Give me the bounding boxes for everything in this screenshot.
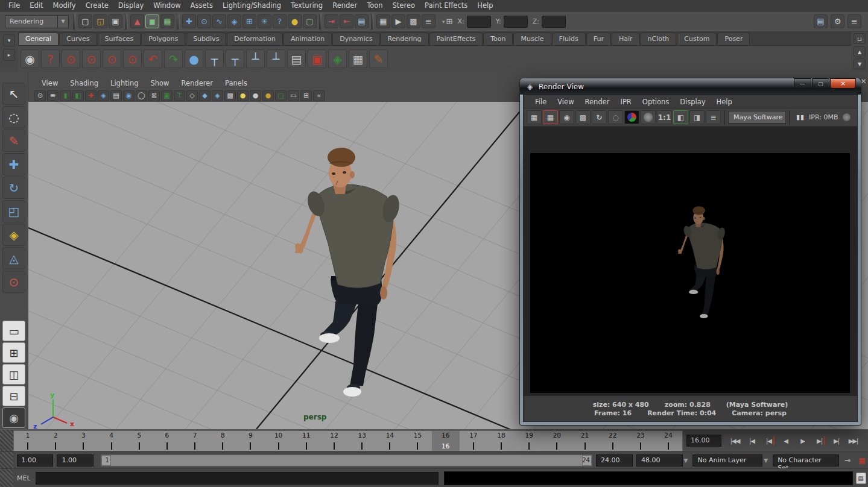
single-pane-layout[interactable]: ▭: [2, 321, 25, 341]
help-shelf-icon[interactable]: ?: [41, 49, 60, 68]
frame-cell[interactable]: 2: [42, 431, 69, 451]
grid-display-icon[interactable]: ◈: [98, 90, 109, 101]
channel-box-icon[interactable]: ≡: [847, 14, 861, 28]
panel-menu-item[interactable]: Panels: [219, 79, 253, 87]
step-back-key-button[interactable]: |◀: [761, 434, 776, 447]
alpha-channel-icon[interactable]: [641, 110, 656, 124]
shelf-tab[interactable]: Hair: [612, 33, 640, 45]
render-globals-shelf-icon[interactable]: ◉: [21, 49, 39, 68]
menu-item[interactable]: Assets: [186, 0, 218, 11]
frame-cell[interactable]: 23: [627, 431, 654, 451]
make-live-icon[interactable]: ✳: [258, 14, 271, 28]
step-back-frame-button[interactable]: |◀: [744, 434, 759, 447]
snap-help-icon[interactable]: ?: [273, 14, 287, 28]
step-forward-key-button[interactable]: ▶|: [812, 434, 827, 447]
play-backwards-button[interactable]: ◀: [778, 434, 793, 447]
play-forwards-button[interactable]: ▶: [795, 434, 810, 447]
render-view-menu-item[interactable]: File: [530, 98, 552, 106]
shelf-tab[interactable]: Custom: [677, 33, 717, 45]
snap-move-icon[interactable]: ✚: [182, 14, 196, 28]
menu-item[interactable]: Stereo: [388, 0, 420, 11]
camera-tumble-icon[interactable]: ⊙: [103, 49, 121, 68]
animation-end-field[interactable]: 48.00: [636, 454, 683, 467]
frame-cell[interactable]: 16 16: [432, 431, 460, 451]
select-by-hierarchy-icon[interactable]: ▲: [130, 14, 144, 28]
panel-menu-item[interactable]: View: [36, 79, 64, 87]
shelf-tab[interactable]: nCloth: [641, 33, 677, 45]
camera-dolly-icon[interactable]: ⊙: [82, 49, 101, 68]
frame-cell[interactable]: 24: [654, 431, 682, 451]
status-separator[interactable]: [125, 14, 128, 30]
default-light-icon[interactable]: ●: [250, 90, 261, 101]
shelf-tab[interactable]: Fur: [586, 33, 611, 45]
menu-item[interactable]: Help: [472, 0, 498, 11]
range-end-handle[interactable]: 24: [582, 455, 592, 466]
snap-to-planes-icon[interactable]: ◈: [227, 14, 241, 28]
frame-cell[interactable]: 5: [125, 431, 153, 451]
redo-icon[interactable]: ↷: [164, 49, 183, 68]
chevron-down-icon[interactable]: ▾: [442, 19, 445, 25]
character-set-arrow-icon[interactable]: ▼: [764, 457, 768, 463]
lock-selection-icon[interactable]: ●: [288, 14, 302, 28]
resolution-gate-icon[interactable]: ◉: [123, 90, 135, 101]
playback-end-field[interactable]: 24.00: [596, 454, 633, 467]
shelf-tab[interactable]: Toon: [483, 33, 513, 45]
assign-material-icon[interactable]: ◈: [328, 49, 347, 68]
menu-item[interactable]: Edit: [25, 0, 48, 11]
move-tool[interactable]: ✚: [2, 153, 25, 175]
redo-previous-render-icon[interactable]: ▦: [543, 110, 558, 124]
unparent-icon[interactable]: ┴: [267, 49, 285, 68]
frame-cell[interactable]: 6: [153, 431, 181, 451]
frame-cell[interactable]: 13: [348, 431, 376, 451]
command-line-grip[interactable]: [0, 469, 13, 487]
input-connections-icon[interactable]: ⇥: [325, 14, 338, 28]
render-view-menu-item[interactable]: Help: [711, 98, 738, 106]
shelf-tab[interactable]: Poser: [717, 33, 750, 45]
select-by-component-icon[interactable]: ▦: [160, 14, 174, 28]
render-view-menu-item[interactable]: Display: [674, 98, 711, 106]
character-set-field[interactable]: No Character Set: [773, 454, 839, 467]
refresh-ipr-icon[interactable]: ↻: [592, 110, 607, 124]
frame-cell[interactable]: 3: [69, 431, 97, 451]
shelf-tab[interactable]: Subdivs: [186, 33, 226, 45]
render-view-menu-item[interactable]: Render: [580, 98, 615, 106]
output-connections-icon[interactable]: ⇤: [340, 14, 353, 28]
panel-menu-item[interactable]: Lighting: [104, 79, 144, 87]
frame-cell[interactable]: 9: [236, 431, 264, 451]
shelf-tab[interactable]: Surfaces: [98, 33, 141, 45]
shelf-tab[interactable]: Fluids: [552, 33, 586, 45]
render-view-titlebar[interactable]: ◈ Render View —▢×: [520, 78, 861, 95]
single-pane-icon[interactable]: ▭: [288, 90, 299, 101]
status-separator[interactable]: [319, 14, 322, 30]
paint-select-tool[interactable]: ✎: [2, 130, 25, 152]
script-editor-icon[interactable]: ▤: [856, 473, 866, 484]
lasso-select-tool[interactable]: ◌: [2, 106, 25, 128]
playback-start-field[interactable]: 1.00: [57, 454, 93, 467]
frame-cell[interactable]: 4: [98, 431, 125, 451]
range-start-handle[interactable]: 1: [101, 455, 111, 466]
coordinate-mode-icon[interactable]: ⊞: [446, 17, 453, 26]
remove-image-icon[interactable]: ◨: [689, 110, 705, 124]
render-view-menu-item[interactable]: View: [552, 98, 579, 106]
delete-icon[interactable]: ●: [185, 49, 203, 68]
anim-layer-arrow-icon[interactable]: ▼: [684, 457, 688, 463]
persp-graph-layout[interactable]: ⊟: [2, 386, 25, 406]
four-pane-layout[interactable]: ⊞: [2, 342, 25, 363]
rendered-image[interactable]: [530, 153, 850, 393]
ungroup-icon[interactable]: ┴: [246, 49, 265, 68]
step-forward-frame-button[interactable]: ▶|: [829, 434, 844, 447]
universal-manipulator-tool[interactable]: ◈: [2, 224, 25, 246]
status-separator[interactable]: [73, 14, 76, 30]
camera-track-icon[interactable]: ⊙: [62, 49, 80, 68]
bookmarks-icon[interactable]: ▮: [60, 90, 71, 101]
menu-item[interactable]: Lighting/Shading: [218, 0, 286, 11]
duplicate-icon[interactable]: ▣: [308, 49, 326, 68]
frame-cell[interactable]: 1: [14, 431, 42, 451]
shelf-options-icon[interactable]: ▸: [3, 49, 15, 61]
open-render-view-icon[interactable]: ▦: [376, 14, 390, 28]
render-view-menu-item[interactable]: Options: [637, 98, 674, 106]
menu-item[interactable]: Paint Effects: [420, 0, 472, 11]
no-lights-icon[interactable]: ●: [237, 90, 249, 101]
time-slider-grip[interactable]: [0, 430, 13, 451]
gate-mask-icon[interactable]: ◯: [136, 90, 147, 101]
